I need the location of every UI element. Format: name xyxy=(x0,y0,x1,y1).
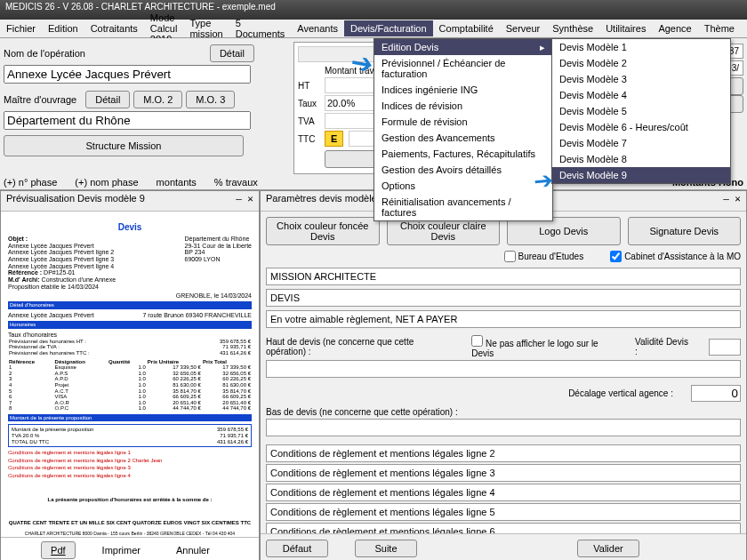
menu-utilitaires[interactable]: Utilitaires xyxy=(599,20,652,36)
pdf-button[interactable]: Pdf xyxy=(41,541,76,559)
param-footer: Défaut Suite Valider xyxy=(261,533,746,560)
detail-button[interactable]: Détail xyxy=(210,44,254,62)
menu-comptabilit[interactable]: Comptabilité xyxy=(433,20,500,36)
submenu-item[interactable]: Devis Modèle 4 xyxy=(552,87,730,103)
imprimer-button[interactable]: Imprimer xyxy=(93,541,149,559)
submenu-item[interactable]: Devis Modèle 9 xyxy=(552,167,730,183)
submenu-item[interactable]: Devis Modèle 1 xyxy=(552,39,730,55)
submenu-item[interactable]: Devis Modèle 7 xyxy=(552,135,730,151)
main-menubar: FichierEditionCotraitantsMode Calcul 201… xyxy=(0,20,747,38)
parameters-window: Paramètres devis modèle 9— ✕ Choix coule… xyxy=(260,190,747,560)
no-logo-checkbox[interactable]: Ne pas afficher le logo sur le Devis xyxy=(471,335,617,358)
e-badge: E xyxy=(325,131,343,147)
suite-button[interactable]: Suite xyxy=(355,540,417,557)
bas-devis-input[interactable] xyxy=(266,419,741,436)
menu-item[interactable]: Options xyxy=(374,178,552,194)
menu-agence[interactable]: Agence xyxy=(652,20,697,36)
maitre-ouvrage-input[interactable] xyxy=(4,111,251,130)
condition-field[interactable] xyxy=(266,464,741,482)
menu-thme[interactable]: Thème xyxy=(698,20,741,36)
decalage-input[interactable] xyxy=(691,385,741,402)
ht-label: HT xyxy=(298,81,325,91)
submenu-item[interactable]: Devis Modèle 8 xyxy=(552,151,730,167)
operation-summary-area: Nom de l'opération Détail Maître d'ouvra… xyxy=(0,38,747,190)
haut-devis-label: Haut de devis (ne concerne que cette opé… xyxy=(266,337,454,356)
menu-avenants[interactable]: Avenants xyxy=(291,20,344,36)
ttc-label: TTC xyxy=(298,134,325,144)
edition-devis-submenu[interactable]: Devis Modèle 1Devis Modèle 2Devis Modèle… xyxy=(551,38,731,184)
decalage-label: Décalage vertical agence : xyxy=(568,388,673,398)
menu-fichier[interactable]: Fichier xyxy=(0,20,42,36)
param-button[interactable]: Signature Devis xyxy=(628,217,742,245)
preview-window: Prévisualisation Devis modèle 9— ✕ Devis… xyxy=(0,190,260,560)
preview-window-titlebar[interactable]: Prévisualisation Devis modèle 9— ✕ xyxy=(1,191,259,212)
bas-devis-label: Bas de devis (ne concerne que cette opér… xyxy=(266,407,458,417)
devis-preview-document: Devis Objet : Annexe Lycée Jacques Préve… xyxy=(1,212,259,537)
cabinet-assistance-checkbox[interactable]: Cabinet d'Assistance à la MO xyxy=(610,251,741,262)
mo3-button[interactable]: M.O. 3 xyxy=(186,91,235,108)
menu-edition[interactable]: Edition xyxy=(42,20,84,36)
submenu-item[interactable]: Devis Modèle 5 xyxy=(552,103,730,119)
tva-label: TVA xyxy=(298,116,325,126)
menu-item[interactable]: Indices de révision xyxy=(374,98,552,114)
condition-field[interactable] xyxy=(266,523,741,533)
submenu-item[interactable]: Devis Modèle 3 xyxy=(552,71,730,87)
validite-label: Validité Devis : xyxy=(635,337,691,356)
menu-item[interactable]: Prévisionnel / Échéancier de facturation xyxy=(374,55,552,82)
menu-item[interactable]: Indices ingénierie ING xyxy=(374,82,552,98)
menu-devisfacturation[interactable]: Devis/Facturation xyxy=(344,20,433,36)
bureau-etudes-checkbox[interactable]: Bureau d'Etudes xyxy=(504,251,584,262)
menu-item[interactable]: Edition Devis xyxy=(374,39,552,55)
reglement-field[interactable] xyxy=(266,310,741,328)
condition-field[interactable] xyxy=(266,503,741,521)
operation-name-label: Nom de l'opération xyxy=(4,48,210,59)
menu-item[interactable]: Gestion des Avancements xyxy=(374,130,552,146)
window-controls-icon[interactable]: — ✕ xyxy=(723,193,741,209)
submenu-item[interactable]: Devis Modèle 2 xyxy=(552,55,730,71)
haut-devis-input[interactable] xyxy=(266,360,741,378)
devis-field[interactable] xyxy=(266,289,741,307)
validite-input[interactable] xyxy=(709,339,741,356)
valider-button[interactable]: Valider xyxy=(577,540,639,557)
menu-item[interactable]: Gestion des Avoirs détaillés xyxy=(374,162,552,178)
preview-footer: Pdf Imprimer Annuler xyxy=(1,537,259,560)
menu-item[interactable]: Réinitialisation avancements / factures xyxy=(374,194,552,220)
menu-[interactable]: ? xyxy=(741,20,747,36)
operation-name-input[interactable] xyxy=(4,65,251,84)
maitre-ouvrage-label: Maître d'ouvrage xyxy=(4,94,76,105)
child-windows-area: Prévisualisation Devis modèle 9— ✕ Devis… xyxy=(0,190,747,560)
submenu-item[interactable]: Devis Modèle 6 - Heures/coût xyxy=(552,119,730,135)
condition-field[interactable] xyxy=(266,484,741,501)
mo2-button[interactable]: M.O. 2 xyxy=(133,91,182,108)
mo-detail-button[interactable]: Détail xyxy=(85,91,130,108)
window-titlebar: MEDICIS 26 - V 26.08 - CHARLET ARCHITECT… xyxy=(0,0,747,20)
condition-field[interactable] xyxy=(266,444,741,462)
devis-title: Devis xyxy=(8,222,252,232)
param-button[interactable]: Choix couleur foncée Devis xyxy=(266,217,380,245)
window-controls-icon[interactable]: — ✕ xyxy=(236,193,253,209)
menu-serveur[interactable]: Serveur xyxy=(500,20,547,36)
devis-facturation-menu[interactable]: Edition DevisPrévisionnel / Échéancier d… xyxy=(374,38,553,221)
taux-label: Taux xyxy=(298,99,325,108)
menu-item[interactable]: Formule de révision xyxy=(374,114,552,130)
structure-mission-button[interactable]: Structure Mission xyxy=(4,135,244,156)
operation-panel: Nom de l'opération Détail Maître d'ouvra… xyxy=(4,42,254,156)
mission-field[interactable] xyxy=(266,268,741,285)
menu-synthse[interactable]: Synthèse xyxy=(546,20,599,36)
menu-cotraitants[interactable]: Cotraitants xyxy=(84,20,144,36)
defaut-button[interactable]: Défaut xyxy=(266,540,328,557)
menu-item[interactable]: Paiements, Factures, Récapitulatifs xyxy=(374,146,552,162)
annuler-button[interactable]: Annuler xyxy=(167,541,219,559)
